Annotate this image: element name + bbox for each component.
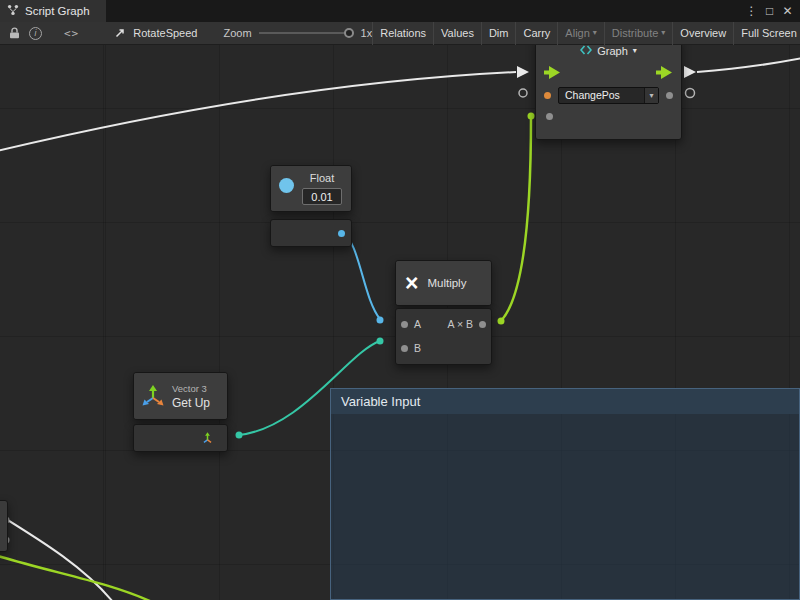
carry-button[interactable]: Carry [515, 22, 557, 45]
chevron-down-icon: ▾ [633, 47, 637, 55]
variable-input-group[interactable]: Variable Input [330, 388, 800, 600]
zoom-control: Zoom 1x [223, 27, 372, 39]
tab-label: Script Graph [25, 5, 90, 17]
variable-dropdown[interactable]: ChangePos ▾ [558, 87, 659, 104]
fullscreen-button[interactable]: Full Screen [733, 22, 800, 45]
zoom-value: 1x [361, 27, 373, 39]
dim-button[interactable]: Dim [481, 22, 516, 45]
zoom-slider-knob[interactable] [344, 28, 354, 38]
graph-node-flow-row [536, 63, 681, 83]
vector3-port-icon[interactable] [201, 432, 214, 447]
maximize-icon[interactable]: □ [762, 0, 777, 22]
graph-toolbar: i <> RotateSpeed Zoom 1x Relations Value… [0, 22, 800, 45]
graph-asset-name: RotateSpeed [133, 27, 197, 39]
multiply-output-port[interactable] [479, 321, 486, 328]
float-node-port-strip[interactable] [270, 219, 352, 247]
multiply-input-b-port[interactable] [401, 345, 408, 352]
info-icon[interactable]: i [29, 27, 42, 40]
multiply-input-a-label: A [414, 318, 421, 330]
graph-node-variable-row: ChangePos ▾ [536, 85, 681, 105]
lock-icon[interactable] [9, 27, 20, 39]
distribute-button[interactable]: Distribute▾ [604, 22, 672, 45]
chevron-down-icon: ▾ [644, 88, 658, 103]
variable-input-port[interactable] [544, 92, 551, 99]
graph-asset[interactable]: RotateSpeed [115, 26, 197, 40]
graph-asset-icon [115, 26, 127, 40]
float-type-icon [279, 178, 294, 193]
multiply-icon: × [405, 272, 418, 295]
chevron-down-icon: ▾ [593, 29, 597, 37]
group-body [331, 414, 799, 599]
vector3-axes-icon [142, 385, 164, 408]
chevron-down-icon: ▾ [661, 29, 665, 37]
offscreen-stub-node[interactable] [0, 500, 8, 552]
title-bar: Script Graph ⋮ □ ✕ [0, 0, 800, 22]
multiply-node[interactable]: × Multiply [395, 260, 492, 306]
align-button[interactable]: Align▾ [557, 22, 603, 45]
multiply-input-b-label: B [414, 342, 421, 354]
multiply-input-a-port[interactable] [401, 321, 408, 328]
group-title: Variable Input [341, 394, 420, 409]
close-icon[interactable]: ✕ [780, 0, 795, 22]
float-node[interactable]: Float 0.01 [270, 165, 352, 212]
float-output-port[interactable] [338, 230, 345, 237]
graph-node-extra-row [536, 107, 681, 125]
zoom-slider-track [259, 32, 354, 34]
script-graph-window: Script Graph ⋮ □ ✕ i <> RotateSpeed [0, 0, 800, 600]
relations-button[interactable]: Relations [372, 22, 433, 45]
variable-dropdown-value: ChangePos [559, 88, 644, 103]
values-button[interactable]: Values [433, 22, 481, 45]
multiply-output-label: A × B [448, 318, 473, 330]
zoom-slider[interactable] [259, 27, 354, 39]
float-node-title: Float [310, 172, 334, 184]
multiply-node-title: Multiply [427, 277, 466, 289]
vector3-getup-node[interactable]: Vector 3 Get Up [133, 372, 228, 420]
flow-out-port-icon[interactable] [656, 66, 673, 81]
toolbar-buttons: Relations Values Dim Carry Align▾ Distri… [372, 22, 800, 45]
code-view-icon[interactable]: <> [64, 27, 79, 40]
multiply-node-ports[interactable]: A A × B B [395, 308, 492, 365]
group-header[interactable]: Variable Input [331, 389, 799, 414]
multiply-row-a: A A × B [396, 312, 491, 336]
overview-button[interactable]: Overview [672, 22, 733, 45]
script-graph-icon [7, 4, 19, 18]
graph-event-node[interactable]: Graph ▾ ChangePos ▾ [535, 38, 682, 140]
graph-node-title: Graph [597, 45, 628, 57]
flow-in-port-icon[interactable] [544, 66, 561, 81]
value-input-port[interactable] [546, 113, 553, 120]
value-output-port[interactable] [666, 92, 673, 99]
graph-title-icon [580, 44, 592, 58]
window-controls: ⋮ □ ✕ [744, 0, 800, 22]
window-menu-icon[interactable]: ⋮ [744, 0, 759, 22]
tab-script-graph[interactable]: Script Graph [0, 0, 106, 22]
zoom-label: Zoom [223, 27, 251, 39]
vector3-node-ports[interactable] [133, 424, 228, 452]
vector3-node-title: Get Up [172, 396, 210, 410]
vector3-type-label: Vector 3 [172, 383, 210, 394]
float-value-input[interactable]: 0.01 [302, 188, 342, 205]
multiply-row-b: B [396, 336, 491, 360]
